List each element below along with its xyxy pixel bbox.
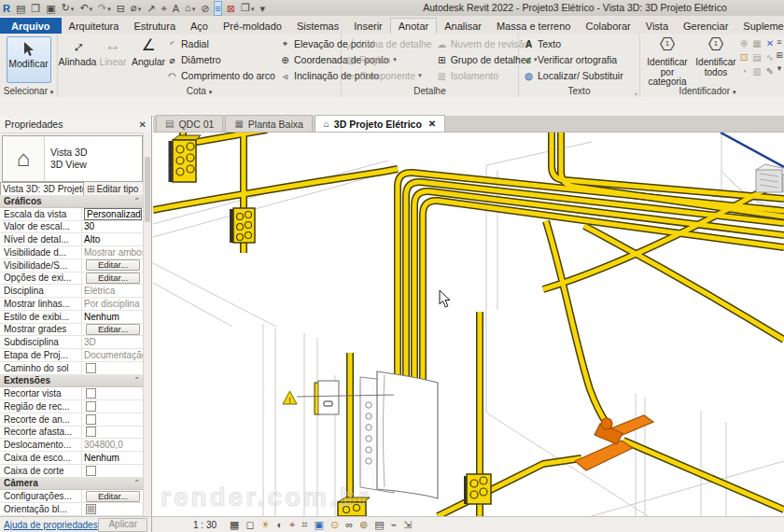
- temporary-view-properties-icon[interactable]: ▤: [374, 518, 384, 532]
- close-icon[interactable]: ✕: [139, 119, 147, 130]
- view-tab-qdc-01[interactable]: ▤QDC 01: [156, 115, 223, 132]
- property-value[interactable]: [82, 401, 144, 412]
- dialog-launcher-icon[interactable]: ⌟: [634, 88, 637, 96]
- text-icon[interactable]: A: [173, 2, 179, 15]
- property-value[interactable]: Documentação: [82, 350, 144, 360]
- button-texto[interactable]: ATexto: [523, 36, 623, 51]
- wall-device-box[interactable]: [315, 381, 339, 414]
- drawing-canvas[interactable]: ! render.com.br: [153, 133, 784, 516]
- junction-box[interactable]: [169, 135, 202, 182]
- value-text[interactable]: Documentação: [84, 350, 144, 360]
- keynote-settings-icon[interactable]: ∿: [763, 51, 777, 65]
- checkbox[interactable]: [86, 363, 96, 373]
- property-value[interactable]: Editar...: [82, 324, 144, 335]
- checkbox[interactable]: [86, 414, 96, 425]
- checkbox[interactable]: [86, 427, 96, 437]
- property-value[interactable]: 30: [82, 221, 144, 231]
- tab-gerenciar[interactable]: Gerenciar: [676, 18, 735, 34]
- aligned-dimension-icon[interactable]: ↗: [147, 2, 155, 15]
- analytical-model-icon[interactable]: ⌁: [391, 518, 398, 532]
- button-comprimento-do-arco[interactable]: ◠Comprimento do arco: [166, 68, 275, 83]
- reveal-hidden-elements-icon[interactable]: ⊚: [359, 518, 368, 532]
- print-icon[interactable]: ⊟: [117, 2, 125, 15]
- checkbox[interactable]: [86, 401, 96, 412]
- lock-3d-view-icon[interactable]: ⊙: [330, 518, 339, 532]
- close-inactive-windows-icon[interactable]: ⊠: [227, 2, 235, 15]
- sun-path-icon[interactable]: ☀: [261, 518, 271, 532]
- property-value[interactable]: [82, 363, 144, 373]
- warning-icon[interactable]: !: [283, 391, 297, 405]
- property-section-extens-es[interactable]: Extensões⌃: [0, 375, 144, 388]
- edit-button[interactable]: Editar...: [86, 273, 140, 284]
- crop-view-icon[interactable]: ⌗: [301, 518, 307, 532]
- property-value[interactable]: [82, 504, 144, 514]
- properties-scrollbar[interactable]: [143, 133, 151, 516]
- electrical-equipment[interactable]: [756, 164, 784, 192]
- value-text[interactable]: Nenhum: [84, 453, 119, 463]
- tab-suplementos[interactable]: Suplementos: [735, 18, 784, 34]
- sync-with-central-icon[interactable]: ↻▾: [62, 1, 75, 16]
- ribbon-overflow-middle-icon[interactable]: ⊞: [776, 50, 783, 60]
- keynote-sheet-icon[interactable]: ▤: [750, 51, 763, 65]
- property-value[interactable]: Por disciplina: [82, 299, 144, 309]
- save-icon[interactable]: ▣: [46, 2, 55, 15]
- button-alinhada[interactable]: ↔Alinhada: [60, 34, 95, 83]
- tab-analisar[interactable]: Analisar: [437, 18, 489, 34]
- property-value[interactable]: Nenhum: [82, 453, 144, 463]
- tag-by-category-icon[interactable]: ⌖: [161, 2, 166, 15]
- tab-arquitetura[interactable]: Arquitetura: [62, 18, 127, 34]
- shadows-icon[interactable]: ◐: [276, 518, 283, 532]
- redo-icon[interactable]: ↷▾: [98, 1, 111, 16]
- checkbox[interactable]: [86, 504, 96, 514]
- checkbox[interactable]: [86, 388, 96, 399]
- junction-box[interactable]: [230, 208, 255, 243]
- default-3d-view-icon[interactable]: ⌂▾: [185, 1, 195, 16]
- value-text[interactable]: 30: [84, 221, 94, 231]
- temporary-hide-isolate-icon[interactable]: ∞: [345, 518, 353, 532]
- button-identificar-por-categoria[interactable]: ⎔1Identificar por categoria: [640, 34, 694, 88]
- detail-level-icon[interactable]: ▦: [230, 518, 239, 532]
- tab-pr-moldado[interactable]: Pré-moldado: [216, 18, 289, 34]
- revit-logo-icon[interactable]: R: [3, 2, 10, 15]
- tag-material-icon[interactable]: ▦: [750, 37, 763, 51]
- view-tab-planta-baixa[interactable]: ▦Planta Baixa: [225, 115, 312, 132]
- property-value[interactable]: [82, 466, 144, 476]
- edit-button[interactable]: Editar...: [86, 491, 140, 502]
- property-value[interactable]: 3D: [82, 337, 144, 347]
- tag-edit-icon[interactable]: ✎: [763, 65, 777, 79]
- property-value[interactable]: Editar...: [82, 491, 144, 502]
- displacement-sets-icon[interactable]: ⇲: [403, 518, 412, 532]
- tab-arquivo[interactable]: Arquivo: [0, 18, 62, 34]
- home-icon[interactable]: ▤: [16, 2, 25, 15]
- open-icon[interactable]: ❒: [31, 2, 40, 15]
- keynote-lock-icon[interactable]: ⊡: [737, 51, 750, 65]
- tab-inserir[interactable]: Inserir: [346, 18, 390, 34]
- electrical-conduits[interactable]: [153, 133, 784, 516]
- revision-line[interactable]: [721, 133, 784, 167]
- value-text[interactable]: Elétrica: [84, 286, 115, 296]
- value-text[interactable]: Por disciplina: [84, 299, 139, 309]
- junction-box[interactable]: [464, 474, 491, 504]
- tab-colaborar[interactable]: Colaborar: [578, 18, 637, 34]
- edit-button[interactable]: Editar...: [86, 324, 140, 335]
- visual-style-icon[interactable]: ◻: [245, 518, 254, 532]
- panel-label-detalhe[interactable]: Detalhe: [342, 85, 518, 97]
- tab-a-o[interactable]: Aço: [183, 18, 216, 34]
- button-identificar-todos[interactable]: ⎔1Identificar todos: [694, 34, 737, 88]
- button-localizar-substituir[interactable]: ◎Localizar/ Substituir: [523, 68, 623, 83]
- tag-multi-category-icon[interactable]: ⊕: [737, 37, 750, 51]
- button-di-metro[interactable]: ⌀Diâmetro: [166, 52, 275, 67]
- checkbox[interactable]: [86, 466, 96, 476]
- panel-label-selecionar[interactable]: Selecionar ▾: [0, 85, 57, 97]
- tab-massa-e-terreno[interactable]: Massa e terreno: [489, 18, 578, 34]
- show-crop-region-icon[interactable]: ▣: [315, 518, 324, 532]
- property-value[interactable]: Mostrar ambos: [82, 247, 144, 258]
- property-value[interactable]: 304800,0: [82, 440, 144, 450]
- property-value[interactable]: Editar...: [82, 273, 144, 284]
- switch-windows-icon[interactable]: ❐▾: [241, 1, 254, 16]
- instance-selector[interactable]: Vista 3D: 3D Projeto∨: [0, 182, 84, 196]
- property-section-gr-ficos[interactable]: Gráficos⌃: [0, 195, 144, 208]
- tag-gears-icon[interactable]: ◔: [737, 65, 750, 79]
- edit-button[interactable]: Editar...: [86, 259, 140, 271]
- panel-label-identificador[interactable]: Identificador ▾: [640, 85, 775, 97]
